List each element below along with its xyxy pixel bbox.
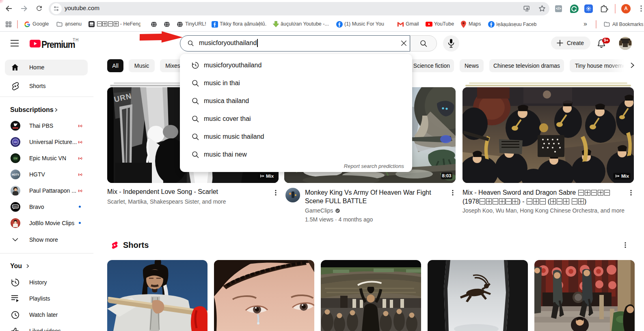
svg-text:bravo: bravo — [13, 206, 18, 208]
svg-text:EM: EM — [13, 157, 17, 160]
svg-text:HGTV: HGTV — [12, 173, 19, 176]
svg-text:UNIV: UNIV — [13, 141, 17, 143]
